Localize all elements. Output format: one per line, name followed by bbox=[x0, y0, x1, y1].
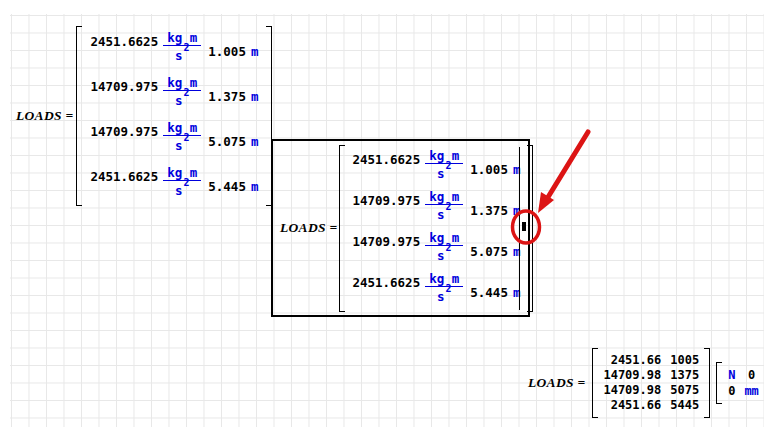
matrix-bracket-right bbox=[527, 145, 533, 312]
loads-label: LOADS = bbox=[528, 375, 585, 391]
unit-denominator: s2 bbox=[437, 287, 452, 303]
unit-denominator: s2 bbox=[175, 181, 190, 197]
selected-math-region-loads[interactable]: LOADS = 2451.6625 kg ms2 1.005 m 14709.9… bbox=[271, 139, 530, 317]
matrix-cell: 14709.98 bbox=[603, 383, 661, 398]
unit-exponent: 2 bbox=[183, 132, 189, 143]
matrix-cell: 2451.66 bbox=[603, 398, 661, 413]
unit-exponent: 2 bbox=[445, 242, 451, 253]
force-unit-fraction: kg ms2 bbox=[425, 231, 463, 262]
loads-label: LOADS = bbox=[16, 108, 73, 124]
unit-denominator: s2 bbox=[437, 164, 452, 180]
distance-unit: m bbox=[251, 89, 259, 104]
edit-cursor-line bbox=[519, 147, 520, 310]
unit-matrix-cells: N0 0mm bbox=[722, 362, 764, 404]
unit-denominator: s2 bbox=[175, 91, 190, 107]
force-value: 14709.975 bbox=[90, 79, 158, 94]
page-margin-top bbox=[0, 0, 764, 14]
loads-label: LOADS = bbox=[280, 220, 337, 236]
unit-cell: 0 bbox=[728, 383, 735, 399]
distance-value: 1.005 bbox=[470, 162, 508, 177]
distance-value: 1.005 bbox=[208, 44, 246, 59]
force-unit-fraction: kg ms2 bbox=[163, 76, 201, 107]
unit-exponent: 2 bbox=[445, 160, 451, 171]
unit-denominator: s2 bbox=[437, 246, 452, 262]
unit-cell: N bbox=[728, 367, 735, 383]
unit-denominator-base: s bbox=[175, 93, 183, 108]
unit-denominator-base: s bbox=[175, 48, 183, 63]
force-value: 2451.6625 bbox=[90, 34, 158, 49]
matrix-row: 2451.6625 kg ms2 5.445 m bbox=[352, 269, 520, 310]
force-value: 14709.975 bbox=[352, 193, 420, 208]
math-region-loads-result[interactable]: LOADS = 2451.661005 14709.981375 14709.9… bbox=[528, 344, 764, 422]
unit-placeholder[interactable] bbox=[522, 222, 526, 231]
unit-denominator-base: s bbox=[437, 248, 445, 263]
distance-unit: m bbox=[251, 179, 259, 194]
matrix-row: 2451.6625 kg ms2 1.005 m bbox=[352, 146, 520, 187]
force-unit-fraction: kg ms2 bbox=[163, 166, 201, 197]
unit-exponent: 2 bbox=[183, 87, 189, 98]
force-value: 2451.6625 bbox=[352, 152, 420, 167]
distance-value: 5.075 bbox=[470, 244, 508, 259]
unit-cell: 0 bbox=[748, 367, 755, 383]
force-unit-fraction: kg ms2 bbox=[425, 272, 463, 303]
unit-denominator: s2 bbox=[437, 205, 452, 221]
worksheet-canvas: LOADS = 2451.6625 kg ms2 1.005 m 14709.9… bbox=[0, 0, 764, 427]
distance-value: 5.445 bbox=[470, 285, 508, 300]
matrix-rows: 2451.6625 kg ms2 1.005 m 14709.975 kg ms… bbox=[345, 145, 527, 312]
loads-matrix: 2451.6625 kg ms2 1.005 m 14709.975 kg ms… bbox=[76, 26, 272, 206]
matrix-cell: 14709.98 bbox=[603, 368, 661, 383]
force-value: 14709.975 bbox=[352, 234, 420, 249]
force-unit-fraction: kg ms2 bbox=[425, 149, 463, 180]
unit-exponent: 2 bbox=[183, 177, 189, 188]
matrix-row: 14709.975 kg ms2 1.375 m bbox=[352, 187, 520, 228]
force-value: 14709.975 bbox=[90, 124, 158, 139]
matrix-rows: 2451.6625 kg ms2 1.005 m 14709.975 kg ms… bbox=[82, 26, 266, 206]
force-value: 2451.6625 bbox=[352, 275, 420, 290]
unit-denominator-base: s bbox=[437, 166, 445, 181]
result-matrix: 2451.661005 14709.981375 14709.985075 24… bbox=[592, 348, 710, 418]
unit-denominator-base: s bbox=[175, 183, 183, 198]
matrix-row: 14709.975 kg ms2 5.075 m bbox=[352, 228, 520, 269]
force-unit-fraction: kg ms2 bbox=[163, 121, 201, 152]
matrix-row: 2451.6625 kg ms2 5.445 m bbox=[90, 161, 258, 206]
matrix-cell: 5075 bbox=[670, 383, 699, 398]
matrix-row: 14709.975 kg ms2 1.375 m bbox=[90, 71, 258, 116]
unit-denominator-base: s bbox=[175, 138, 183, 153]
matrix-bracket-right bbox=[704, 348, 710, 418]
unit-denominator-base: s bbox=[437, 289, 445, 304]
force-value: 2451.6625 bbox=[90, 169, 158, 184]
force-unit-fraction: kg ms2 bbox=[425, 190, 463, 221]
result-matrix-cells: 2451.661005 14709.981375 14709.985075 24… bbox=[598, 348, 704, 418]
force-unit-fraction: kg ms2 bbox=[163, 31, 201, 62]
unit-exponent: 2 bbox=[445, 201, 451, 212]
matrix-cell: 5445 bbox=[670, 398, 699, 413]
distance-unit: m bbox=[251, 44, 259, 59]
unit-denominator: s2 bbox=[175, 46, 190, 62]
loads-matrix: 2451.6625 kg ms2 1.005 m 14709.975 kg ms… bbox=[339, 145, 533, 312]
unit-matrix: N0 0mm bbox=[716, 362, 764, 404]
unit-exponent: 2 bbox=[183, 42, 189, 53]
distance-unit: m bbox=[251, 134, 259, 149]
distance-value: 5.075 bbox=[208, 134, 246, 149]
matrix-row: 2451.6625 kg ms2 1.005 m bbox=[90, 26, 258, 71]
page-margin-left bbox=[0, 0, 10, 427]
matrix-row: 14709.975 kg ms2 5.075 m bbox=[90, 116, 258, 161]
distance-value: 1.375 bbox=[470, 203, 508, 218]
distance-value: 5.445 bbox=[208, 179, 246, 194]
matrix-cell: 1375 bbox=[670, 368, 699, 383]
math-region-loads-detailed[interactable]: LOADS = 2451.6625 kg ms2 1.005 m 14709.9… bbox=[16, 26, 272, 206]
unit-denominator-base: s bbox=[437, 207, 445, 222]
matrix-cell: 2451.66 bbox=[603, 353, 661, 368]
unit-exponent: 2 bbox=[445, 283, 451, 294]
unit-denominator: s2 bbox=[175, 136, 190, 152]
unit-cell: mm bbox=[744, 383, 758, 399]
matrix-cell: 1005 bbox=[670, 353, 699, 368]
distance-value: 1.375 bbox=[208, 89, 246, 104]
